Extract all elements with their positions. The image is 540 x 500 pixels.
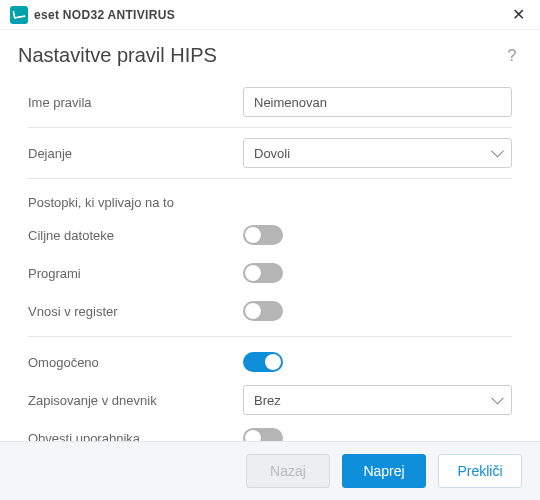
app-logo: eset NOD32 ANTIVIRUS xyxy=(10,6,175,24)
registry-label: Vnosi v register xyxy=(28,304,243,319)
title-bar: eset NOD32 ANTIVIRUS ✕ xyxy=(0,0,540,30)
action-select[interactable]: Dovoli xyxy=(243,138,512,168)
close-icon[interactable]: ✕ xyxy=(506,3,530,27)
logging-select[interactable]: Brez xyxy=(243,385,512,415)
target-files-label: Ciljne datoteke xyxy=(28,228,243,243)
back-button: Nazaj xyxy=(246,454,330,488)
row-logging: Zapisovanje v dnevnik Brez xyxy=(28,381,512,419)
row-enabled: Omogočeno xyxy=(28,343,512,381)
next-button[interactable]: Naprej xyxy=(342,454,426,488)
rule-name-input[interactable] xyxy=(243,87,512,117)
registry-toggle[interactable] xyxy=(243,301,283,321)
dialog-header: Nastavitve pravil HIPS ? xyxy=(0,30,540,77)
divider xyxy=(28,178,512,179)
row-target-files: Ciljne datoteke xyxy=(28,216,512,254)
rule-name-label: Ime pravila xyxy=(28,95,243,110)
brand-product: NOD32 ANTIVIRUS xyxy=(63,8,175,22)
action-label: Dejanje xyxy=(28,146,243,161)
ops-section-label: Postopki, ki vplivajo na to xyxy=(28,185,512,216)
help-icon[interactable]: ? xyxy=(502,46,522,66)
cancel-button[interactable]: Prekliči xyxy=(438,454,522,488)
row-rule-name: Ime pravila xyxy=(28,83,512,121)
dialog-footer: Nazaj Naprej Prekliči xyxy=(0,441,540,500)
target-files-toggle[interactable] xyxy=(243,225,283,245)
divider xyxy=(28,336,512,337)
divider xyxy=(28,127,512,128)
programs-toggle[interactable] xyxy=(243,263,283,283)
row-programs: Programi xyxy=(28,254,512,292)
app-brand: eset NOD32 ANTIVIRUS xyxy=(34,8,175,22)
logging-select-wrap: Brez xyxy=(243,385,512,415)
programs-label: Programi xyxy=(28,266,243,281)
logging-label: Zapisovanje v dnevnik xyxy=(28,393,243,408)
action-select-wrap: Dovoli xyxy=(243,138,512,168)
row-registry: Vnosi v register xyxy=(28,292,512,330)
page-title: Nastavitve pravil HIPS xyxy=(18,44,217,67)
dialog-content: Ime pravila Dejanje Dovoli Postopki, ki … xyxy=(0,77,540,464)
eset-logo-icon xyxy=(10,6,28,24)
enabled-toggle[interactable] xyxy=(243,352,283,372)
enabled-label: Omogočeno xyxy=(28,355,243,370)
row-action: Dejanje Dovoli xyxy=(28,134,512,172)
brand-strong: eset xyxy=(34,8,59,22)
